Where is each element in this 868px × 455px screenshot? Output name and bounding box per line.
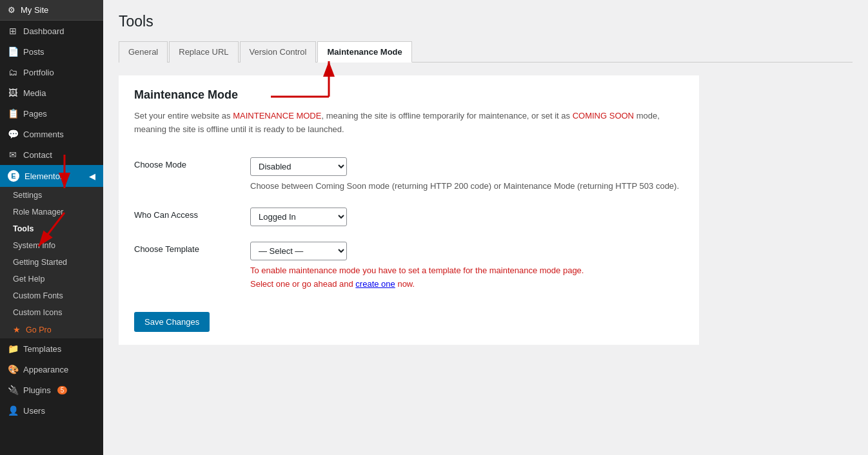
- elementor-arrow: ◀: [89, 171, 95, 181]
- main-content: Tools General Replace URL Version Contro…: [103, 0, 868, 455]
- sidebar-item-label: Plugins: [23, 385, 51, 395]
- contact-icon: ✉: [8, 150, 18, 160]
- media-icon: 🖼: [8, 88, 18, 98]
- users-icon: 👤: [8, 405, 18, 416]
- templates-icon: 📁: [8, 344, 18, 354]
- tools-label: Tools: [13, 224, 34, 233]
- wp-logo: ⚙ My Site: [0, 0, 103, 21]
- portfolio-icon: 🗂: [8, 67, 18, 77]
- sidebar-item-label: Users: [23, 406, 45, 416]
- custom-icons-label: Custom Icons: [13, 308, 62, 317]
- sidebar-item-templates[interactable]: 📁 Templates: [0, 338, 103, 359]
- sidebar-item-users[interactable]: 👤 Users: [0, 400, 103, 421]
- sidebar-item-label: Contact: [23, 150, 52, 160]
- tab-replace-url[interactable]: Replace URL: [169, 41, 238, 63]
- sidebar-item-elementor[interactable]: E Elementor ◀: [0, 165, 103, 187]
- getting-started-label: Getting Started: [13, 258, 67, 267]
- sidebar-item-go-pro[interactable]: ★ Go Pro: [0, 321, 103, 338]
- sidebar-item-portfolio[interactable]: 🗂 Portfolio: [0, 62, 103, 82]
- appearance-icon: 🎨: [8, 364, 18, 374]
- sidebar-item-getting-started[interactable]: Getting Started: [0, 254, 103, 271]
- choose-mode-label: Choose Mode: [134, 160, 186, 169]
- sidebar-item-posts[interactable]: 📄 Posts: [0, 41, 103, 62]
- pages-icon: 📋: [8, 108, 18, 119]
- tab-version-control[interactable]: Version Control: [240, 41, 317, 63]
- sidebar-item-contact[interactable]: ✉ Contact: [0, 144, 103, 165]
- sidebar-item-label: Templates: [23, 344, 61, 354]
- wp-icon: ⚙: [8, 5, 15, 15]
- role-manager-label: Role Manager: [13, 208, 64, 217]
- section-title: Maintenance Mode: [134, 88, 684, 102]
- custom-fonts-label: Custom Fonts: [13, 291, 63, 300]
- sidebar-item-system-info[interactable]: System Info: [0, 237, 103, 254]
- page-title: Tools: [119, 13, 853, 30]
- mode-description: Set your entire website as MAINTENANCE M…: [134, 110, 684, 137]
- sidebar-item-appearance[interactable]: 🎨 Appearance: [0, 359, 103, 380]
- content-panel: Maintenance Mode Set your entire website…: [119, 75, 699, 345]
- system-info-label: System Info: [13, 241, 55, 250]
- tab-general[interactable]: General: [119, 41, 168, 63]
- choose-mode-row: Choose Mode Disabled Coming Soon Mainten…: [134, 150, 684, 200]
- sidebar-item-get-help[interactable]: Get Help: [0, 271, 103, 287]
- sidebar-item-settings[interactable]: Settings: [0, 187, 103, 204]
- sidebar-item-dashboard[interactable]: ⊞ Dashboard: [0, 21, 103, 41]
- tab-maintenance-mode[interactable]: Maintenance Mode: [317, 41, 411, 63]
- plugins-badge: 5: [57, 386, 68, 394]
- error-line2: Select one or go ahead and create one no…: [250, 278, 684, 291]
- create-one-link[interactable]: create one: [355, 279, 395, 289]
- tabs-bar: General Replace URL Version Control Main…: [119, 41, 853, 63]
- sidebar-item-label: Appearance: [23, 365, 68, 374]
- sidebar-item-media[interactable]: 🖼 Media: [0, 82, 103, 103]
- elementor-submenu: Settings Role Manager Tools System Info …: [0, 187, 103, 338]
- sidebar-item-comments[interactable]: 💬 Comments: [0, 124, 103, 144]
- sidebar: ⚙ My Site ⊞ Dashboard 📄 Posts 🗂 Portfoli…: [0, 0, 103, 455]
- plugins-icon: 🔌: [8, 385, 18, 395]
- sidebar-item-custom-icons[interactable]: Custom Icons: [0, 304, 103, 321]
- sidebar-item-label: Elementor: [25, 171, 63, 181]
- who-can-access-select[interactable]: Logged In Admins Only: [250, 208, 347, 226]
- sidebar-item-label: Posts: [23, 47, 44, 57]
- get-help-label: Get Help: [13, 275, 44, 284]
- who-can-access-row: Who Can Access Logged In Admins Only: [134, 200, 684, 234]
- posts-icon: 📄: [8, 46, 18, 57]
- choose-template-select[interactable]: — Select —: [250, 242, 347, 260]
- elementor-icon: E: [8, 170, 19, 182]
- comments-icon: 💬: [8, 129, 18, 139]
- sidebar-item-label: Portfolio: [23, 68, 54, 77]
- sidebar-item-custom-fonts[interactable]: Custom Fonts: [0, 287, 103, 304]
- sidebar-item-tools[interactable]: Tools: [0, 220, 103, 237]
- sidebar-item-plugins[interactable]: 🔌 Plugins 5: [0, 380, 103, 400]
- settings-label: Settings: [13, 191, 42, 200]
- star-icon: ★: [13, 325, 21, 334]
- wp-label: My Site: [21, 5, 48, 15]
- form-table: Choose Mode Disabled Coming Soon Mainten…: [134, 150, 684, 299]
- save-changes-button[interactable]: Save Changes: [134, 312, 210, 332]
- go-pro-label: Go Pro: [26, 325, 52, 334]
- choose-template-label: Choose Template: [134, 244, 199, 254]
- sidebar-item-pages[interactable]: 📋 Pages: [0, 103, 103, 124]
- dashboard-icon: ⊞: [8, 26, 18, 36]
- sidebar-item-label: Pages: [23, 109, 47, 119]
- choose-mode-help: Choose between Coming Soon mode (returni…: [250, 180, 684, 193]
- sidebar-item-role-manager[interactable]: Role Manager: [0, 204, 103, 220]
- sidebar-item-label: Media: [23, 88, 46, 98]
- who-can-access-label: Who Can Access: [134, 210, 198, 220]
- sidebar-item-label: Comments: [23, 130, 64, 139]
- template-error: To enable maintenance mode you have to s…: [250, 264, 684, 291]
- sidebar-item-label: Dashboard: [23, 26, 64, 36]
- choose-mode-select[interactable]: Disabled Coming Soon Maintenance: [250, 157, 347, 176]
- choose-template-row: Choose Template — Select — To enable mai…: [134, 234, 684, 299]
- error-line1: To enable maintenance mode you have to s…: [250, 264, 684, 278]
